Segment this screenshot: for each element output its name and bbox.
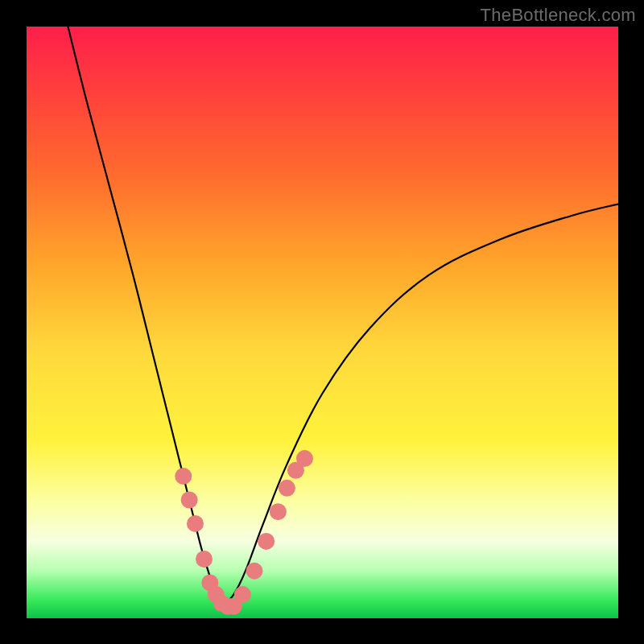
data-dot [234,586,251,603]
data-dot [196,551,213,568]
data-dot [175,468,192,485]
data-dot [181,492,198,509]
watermark-text: TheBottleneck.com [481,5,636,26]
chart-frame: TheBottleneck.com [0,0,644,644]
data-dot [279,480,295,497]
data-dot [258,533,275,550]
data-dots [175,450,313,615]
curve-svg [27,27,618,618]
data-dot [270,503,287,520]
plot-area [27,27,618,618]
curve-right-branch [222,204,618,607]
data-dot [187,515,204,532]
data-dot [246,563,262,580]
curve-paths [68,27,618,606]
data-dot [296,450,313,467]
